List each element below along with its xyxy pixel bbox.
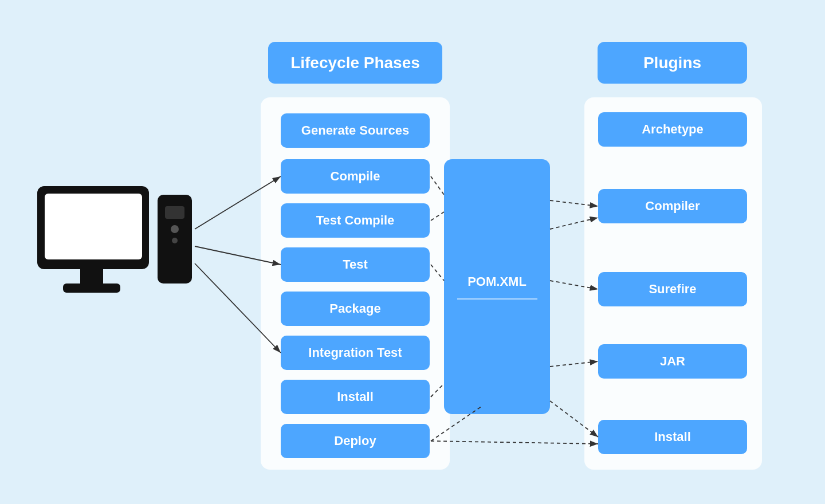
phase-deploy: Deploy: [281, 424, 430, 458]
plugin-compiler: Compiler: [598, 189, 747, 223]
svg-point-6: [171, 225, 179, 233]
phase-package: Package: [281, 292, 430, 326]
plugin-jar: JAR: [598, 344, 747, 379]
phase-test-compile: Test Compile: [281, 203, 430, 238]
svg-rect-5: [165, 206, 184, 219]
phase-generate-sources: Generate Sources: [281, 113, 430, 148]
pom-xml-box: POM.XML: [444, 159, 550, 414]
phase-compile: Compile: [281, 159, 430, 194]
computer-icon: [34, 183, 195, 309]
plugin-archetype: Archetype: [598, 112, 747, 147]
lifecycle-title: Lifecycle Phases: [290, 54, 420, 72]
diagram-container: Lifecycle Phases Plugins Generate Source…: [0, 0, 825, 504]
svg-rect-2: [80, 269, 103, 285]
phase-install: Install: [281, 380, 430, 414]
svg-rect-3: [63, 284, 120, 293]
phase-integration-test: Integration Test: [281, 336, 430, 370]
phase-test: Test: [281, 247, 430, 282]
svg-rect-1: [45, 194, 142, 259]
plugin-install: Install: [598, 420, 747, 454]
lifecycle-header: Lifecycle Phases: [268, 42, 442, 84]
plugin-surefire: Surefire: [598, 272, 747, 306]
plugins-header: Plugins: [598, 42, 747, 84]
svg-line-22: [431, 441, 598, 444]
plugins-title: Plugins: [643, 54, 701, 72]
svg-point-7: [172, 238, 178, 243]
